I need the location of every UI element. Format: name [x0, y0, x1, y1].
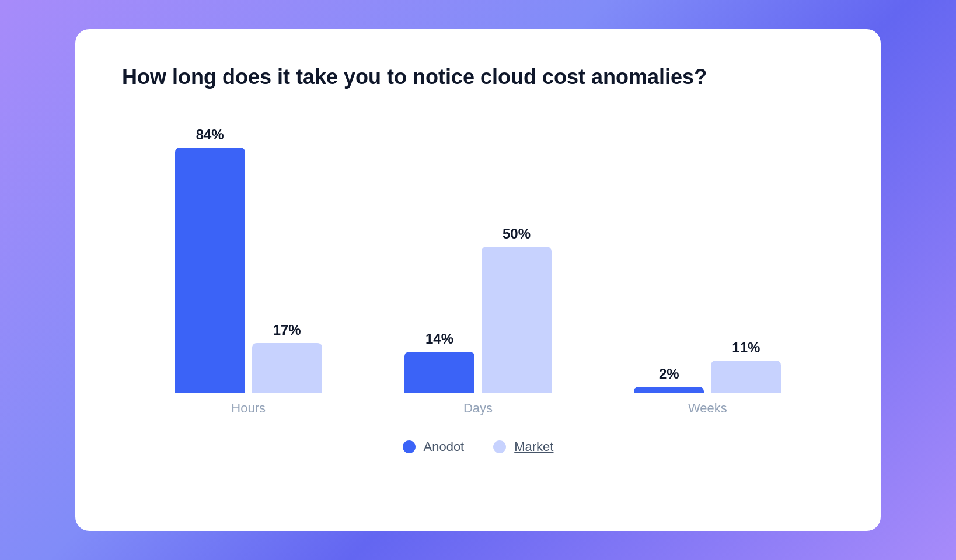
chart-area: 84% 17% 14% 50%	[122, 124, 834, 502]
x-label-days: Days	[363, 393, 592, 416]
bar-label-weeks-anodot: 2%	[659, 366, 679, 382]
x-label-hours: Hours	[134, 393, 363, 416]
group-days: 14% 50%	[363, 226, 592, 393]
bar-weeks-market-rect	[711, 360, 781, 393]
legend-label-market: Market	[514, 439, 553, 454]
bar-days-anodot: 14%	[404, 331, 474, 393]
chart-card: How long does it take you to notice clou…	[75, 29, 881, 531]
legend-dot-anodot	[403, 440, 416, 453]
bar-days-market-rect	[482, 247, 552, 393]
bar-days-market: 50%	[482, 226, 552, 393]
bar-hours-market-rect	[252, 343, 322, 393]
bars-container: 84% 17% 14% 50%	[122, 124, 834, 393]
bar-weeks-market: 11%	[711, 340, 781, 393]
bar-label-hours-anodot: 84%	[196, 127, 224, 143]
bar-days-anodot-rect	[404, 352, 474, 393]
bar-label-days-market: 50%	[503, 226, 531, 242]
x-label-weeks: Weeks	[593, 393, 822, 416]
x-axis-labels: Hours Days Weeks	[122, 393, 834, 416]
legend-label-anodot: Anodot	[424, 439, 465, 454]
bar-weeks-anodot: 2%	[634, 366, 704, 393]
bar-hours-market: 17%	[252, 322, 322, 393]
bar-weeks-anodot-rect	[634, 387, 704, 393]
bar-label-weeks-market: 11%	[732, 340, 760, 356]
chart-title: How long does it take you to notice clou…	[122, 64, 707, 89]
bar-hours-anodot-rect	[175, 148, 245, 393]
legend-item-anodot: Anodot	[403, 439, 465, 454]
bar-hours-anodot: 84%	[175, 127, 245, 393]
group-weeks: 2% 11%	[593, 340, 822, 393]
group-hours: 84% 17%	[134, 127, 363, 393]
bar-label-hours-market: 17%	[273, 322, 301, 338]
chart-legend: Anodot Market	[122, 439, 834, 454]
legend-item-market: Market	[493, 439, 553, 454]
legend-dot-market	[493, 440, 506, 453]
bar-label-days-anodot: 14%	[425, 331, 453, 347]
